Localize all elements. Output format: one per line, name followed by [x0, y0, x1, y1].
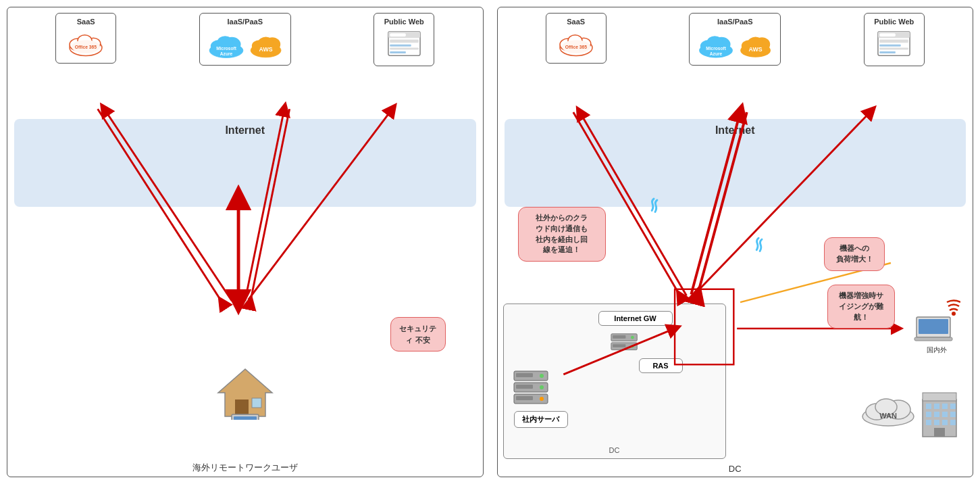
right-internet-area: Internet	[505, 119, 966, 207]
svg-text:Azure: Azure	[220, 51, 233, 56]
svg-rect-92	[914, 337, 952, 341]
svg-rect-20	[390, 40, 418, 43]
svg-text:Microsoft: Microsoft	[216, 46, 237, 51]
svg-rect-103	[926, 420, 931, 425]
svg-text:AWS: AWS	[259, 46, 272, 53]
right-iaas-title: IaaS/PaaS	[696, 18, 773, 26]
left-internet-area: Internet	[14, 119, 476, 207]
left-saas-icons: Office 365	[63, 28, 109, 59]
left-saas-box: SaaS Office 365	[55, 13, 116, 64]
right-pubweb-icon	[875, 28, 912, 59]
right-aws-icon: AWS	[738, 28, 773, 61]
svg-point-89	[952, 312, 956, 316]
right-saas-icons: Office 365	[553, 28, 599, 59]
office365-icon: Office 365	[66, 28, 106, 59]
left-pubweb-title: Public Web	[381, 18, 427, 26]
right-pubweb-title: Public Web	[871, 18, 917, 26]
right-saas-box: SaaS Office 365	[546, 13, 607, 64]
left-iaas-box: IaaS/PaaS Microsoft Azure	[199, 13, 291, 66]
svg-rect-107	[934, 428, 945, 437]
house-icon	[215, 366, 276, 420]
left-security-bubble: セキュリティ 不安	[390, 317, 446, 352]
dc-box: Internet GW RAS 社内サーバ	[503, 304, 726, 459]
left-diagram: SaaS Office 365 IaaS/PaaS	[7, 7, 484, 477]
svg-rect-77	[516, 396, 533, 400]
pubweb-browser-icon	[386, 28, 423, 59]
azure-icon: Microsoft Azure	[207, 28, 246, 61]
wan-cloud: WAN	[858, 389, 919, 429]
svg-rect-106	[950, 420, 956, 425]
svg-rect-95	[926, 404, 931, 409]
right-cloud-services: SaaS Office 365 IaaS/PaaS	[498, 7, 973, 126]
svg-rect-64	[880, 33, 896, 37]
svg-rect-19	[390, 33, 406, 37]
building-area	[916, 386, 963, 443]
left-diagram-label: 海外リモートワークユーザ	[7, 462, 483, 474]
wan-cloud-icon: WAN	[858, 389, 919, 427]
svg-rect-101	[942, 412, 948, 417]
svg-rect-100	[934, 412, 939, 417]
svg-rect-91	[919, 319, 948, 334]
svg-point-81	[631, 345, 634, 348]
svg-point-74	[540, 397, 544, 401]
svg-rect-65	[880, 40, 908, 43]
svg-rect-21	[390, 45, 411, 47]
left-iaas-title: IaaS/PaaS	[207, 18, 284, 26]
svg-rect-98	[950, 404, 956, 409]
svg-text:Office 365: Office 365	[565, 45, 588, 49]
svg-point-80	[631, 336, 634, 339]
server-rack-icon	[511, 368, 555, 411]
right-diagram: SaaS Office 365 IaaS/PaaS	[497, 7, 974, 477]
right-saas-title: SaaS	[553, 18, 599, 26]
left-pubweb-box: Public Web	[373, 13, 434, 66]
svg-rect-22	[390, 47, 418, 49]
svg-rect-23	[390, 51, 406, 53]
svg-rect-40	[252, 398, 261, 408]
igw-box: Internet GW	[598, 311, 673, 326]
right-bubble3: 機器増強時サイジングが難航！	[827, 285, 895, 329]
right-iaas-icons: Microsoft Azure AWS	[696, 28, 773, 61]
svg-point-72	[540, 374, 544, 378]
right-bubble2: 機器への負荷増大！	[824, 237, 885, 271]
right-iaas-box: IaaS/PaaS Microsoft Azure	[689, 13, 781, 66]
outside-label: 国内外	[913, 345, 960, 355]
igw-server-icon	[609, 330, 642, 366]
left-house-area	[215, 366, 276, 422]
svg-text:Office 365: Office 365	[75, 45, 97, 49]
left-cloud-services: SaaS Office 365 IaaS/PaaS	[7, 7, 483, 126]
svg-rect-97	[942, 404, 948, 409]
right-office365-icon: Office 365	[556, 28, 596, 59]
svg-rect-83	[613, 344, 625, 347]
svg-rect-82	[613, 335, 625, 339]
right-diagram-label: DC	[498, 464, 973, 474]
svg-rect-75	[516, 373, 533, 377]
left-saas-title: SaaS	[63, 18, 109, 26]
left-iaas-icons: Microsoft Azure AWS	[207, 28, 284, 61]
svg-text:WAN: WAN	[879, 412, 897, 420]
svg-point-73	[540, 385, 544, 389]
right-bubble1: 社外からのクラウド向け通信も社内を経由し回線を逼迫！	[518, 207, 606, 262]
right-pubweb-box: Public Web	[864, 13, 925, 66]
building-icon	[916, 386, 963, 440]
aws-icon: AWS	[249, 28, 284, 61]
svg-rect-102	[950, 412, 956, 417]
ras-box: RAS	[639, 358, 683, 373]
naichi-box: 社内サーバ	[514, 411, 568, 428]
svg-text:Microsoft: Microsoft	[706, 46, 727, 51]
svg-text:Azure: Azure	[710, 51, 723, 56]
right-azure-icon: Microsoft Azure	[696, 28, 736, 61]
laptop-wifi-icon	[913, 295, 960, 343]
svg-rect-105	[942, 420, 948, 425]
svg-rect-104	[934, 420, 939, 425]
svg-rect-96	[934, 404, 939, 409]
svg-rect-66	[880, 45, 901, 47]
svg-text:AWS: AWS	[749, 46, 763, 53]
svg-rect-42	[234, 416, 257, 420]
svg-rect-68	[880, 51, 896, 53]
svg-rect-99	[926, 412, 931, 417]
laptop-area: 国内外	[913, 295, 960, 355]
svg-rect-94	[923, 393, 956, 401]
svg-rect-76	[516, 385, 533, 389]
dc-label: DC	[504, 446, 725, 454]
svg-rect-67	[880, 47, 908, 49]
